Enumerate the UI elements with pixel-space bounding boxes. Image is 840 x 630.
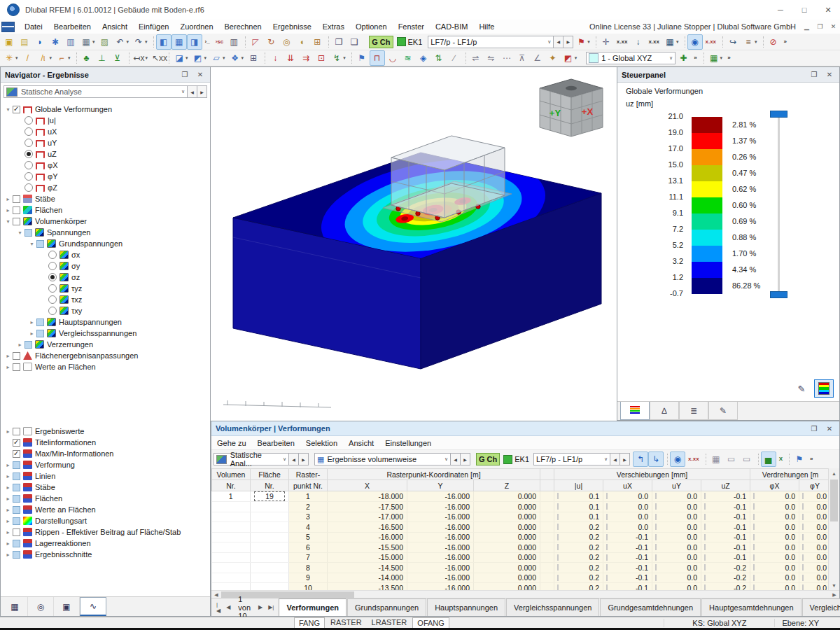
panel-print-button[interactable]: ✎ <box>792 379 811 398</box>
result-category-tab[interactable]: Grundgesamtdehnungen <box>600 598 701 616</box>
toggle-navigator-icon[interactable]: ◧▾ <box>156 34 172 50</box>
col-phix[interactable]: φX <box>750 480 799 491</box>
save-icon[interactable]: ▥▾ <box>63 34 78 50</box>
record-last-button[interactable]: ▶| <box>266 604 276 610</box>
close-button[interactable]: ✕ <box>816 1 840 20</box>
tree-checkbox[interactable] <box>36 330 44 337</box>
clear-results-icon[interactable]: ⊘▾ <box>766 34 781 50</box>
menu-item[interactable]: Berechnen <box>219 21 267 32</box>
tree-item-label[interactable]: Max/Min-Informationen <box>35 449 114 458</box>
sync-table-icon[interactable]: ↳▾ <box>648 451 664 467</box>
col-group-rotations[interactable]: Verdrehungen [m <box>750 469 831 480</box>
toggle-panel-icon[interactable]: ◨▾ <box>187 34 202 50</box>
tree-checkbox[interactable] <box>24 341 32 349</box>
sync-model-icon[interactable]: ↰▾ <box>633 451 648 467</box>
tree-item-label[interactable]: σz <box>71 273 80 281</box>
tree-checkbox[interactable] <box>13 495 20 503</box>
tree-item-label[interactable]: Volumenkörper <box>35 217 87 225</box>
expander-icon[interactable]: ▸ <box>27 330 36 337</box>
expander-icon[interactable]: ▾ <box>27 241 36 247</box>
tree-item[interactable]: Titelinformationen <box>4 437 210 448</box>
tree-item-label[interactable]: |u| <box>48 116 56 125</box>
menu-item[interactable]: Bearbeiten <box>48 21 97 32</box>
tree-item-label[interactable]: uY <box>48 139 57 147</box>
col-flaeche[interactable]: Fläche <box>251 469 289 480</box>
table-view3-icon[interactable]: ▭▾ <box>739 451 755 467</box>
show-surface-result-icon[interactable]: ≋▾ <box>400 50 416 66</box>
table-view2-icon[interactable]: ▭▾ <box>724 451 739 467</box>
panel-tab-filter[interactable]: ≣ <box>679 402 708 420</box>
table-menu-item[interactable]: Selektion <box>300 438 343 449</box>
tree-item-label[interactable]: Hauptspannungen <box>59 318 122 326</box>
tree-item[interactable]: ▾ Globale Verformungen <box>4 104 210 115</box>
tree-item[interactable]: |u| <box>15 115 210 126</box>
mdi-minimize-button[interactable]: ▁ <box>800 20 813 33</box>
expander-icon[interactable]: ▸ <box>4 462 13 468</box>
navigator-float-button[interactable]: ❐ <box>179 71 190 78</box>
menu-item[interactable]: CAD-BIM <box>430 21 473 32</box>
cube-x-label[interactable]: +X <box>582 106 594 117</box>
tree-item-label[interactable]: Ergebniswerte <box>35 427 84 435</box>
col-group-coordinates[interactable]: Rasterpunkt-Koordinaten [m] <box>328 469 540 480</box>
tree-item[interactable]: ▸ Ergebniswerte <box>4 426 210 437</box>
tree-checkbox[interactable] <box>13 195 20 203</box>
tree-item[interactable]: φY <box>15 171 210 182</box>
filter-results-icon[interactable]: ⚑▾ <box>573 34 592 50</box>
tree-item-label[interactable]: τxy <box>71 307 82 315</box>
tree-checkbox[interactable] <box>13 540 20 547</box>
tree-checkbox[interactable] <box>24 229 32 237</box>
tree-checkbox[interactable] <box>13 517 20 525</box>
menu-item[interactable]: Einfügen <box>133 21 174 32</box>
tree-checkbox[interactable] <box>24 127 33 136</box>
tree-checkbox[interactable] <box>24 139 33 147</box>
table-results-mode-combo[interactable]: ▦ Ergebnisse volumenweise∨ <box>314 453 451 465</box>
tree-item-label[interactable]: Linien <box>35 472 55 480</box>
expander-icon[interactable]: ▸ <box>4 518 13 524</box>
result-category-tab[interactable]: Hauptgesamtdehnungen <box>701 598 801 616</box>
tree-item[interactable]: τxz <box>39 294 210 305</box>
show-frame-result-icon[interactable]: ⊓▾ <box>370 50 385 66</box>
menu-item[interactable]: Fenster <box>393 21 430 32</box>
selected-cell[interactable]: 19 <box>254 491 285 501</box>
windows-icon[interactable]: ❐▾ <box>331 34 346 50</box>
surface-icon[interactable]: ◪▾ <box>172 50 190 66</box>
record-first-button[interactable]: |◀ <box>214 601 223 614</box>
tree-item-label[interactable]: Flächen <box>35 206 62 214</box>
tree-checkbox[interactable] <box>48 262 57 270</box>
tree-item-label[interactable]: Globale Verformungen <box>35 105 112 113</box>
tree-item[interactable]: ▸ Werte an Flächen <box>4 504 210 515</box>
expander-icon[interactable]: ▸ <box>4 473 13 479</box>
tree-item[interactable]: ▾ Spannungen <box>15 227 210 238</box>
result-chart-icon[interactable]: ▅▾ <box>761 451 776 467</box>
table-menu-item[interactable]: Ansicht <box>343 438 379 449</box>
navigator-tab-results[interactable]: ∿ <box>80 597 106 616</box>
tree-checkbox[interactable] <box>13 461 20 469</box>
mdi-close-button[interactable]: ✕ <box>827 20 840 33</box>
abacus-icon[interactable]: ≡▾ <box>741 34 760 50</box>
result-category-tab[interactable]: Grundspannungen <box>347 598 426 616</box>
scale-slider-track[interactable] <box>778 115 780 295</box>
tree-icon[interactable]: ♣▾ <box>79 50 94 66</box>
tree-checkbox[interactable] <box>48 251 57 259</box>
record-prev-button[interactable]: ◀ <box>224 604 232 610</box>
tree-checkbox[interactable] <box>13 450 20 458</box>
print-icon[interactable]: ▦▾ <box>78 34 97 50</box>
section1-icon[interactable]: ⇌▾ <box>468 50 484 66</box>
expander-icon[interactable]: ▾ <box>15 230 24 236</box>
table-loadcase-next[interactable]: ▶ <box>620 453 630 465</box>
loadcase-combo[interactable]: LF7/p - LF1/p∨ <box>428 36 554 48</box>
tree-checkbox[interactable] <box>48 284 57 293</box>
tree-item-label[interactable]: Spannungen <box>47 228 90 237</box>
section2-icon[interactable]: ⇋▾ <box>484 50 499 66</box>
tree-checkbox[interactable] <box>13 218 20 225</box>
result-category-tab[interactable]: Verformungen <box>279 598 346 616</box>
table-menu-item[interactable]: Einstellungen <box>379 438 437 449</box>
expander-icon[interactable]: ▾ <box>4 218 13 225</box>
tables-icon[interactable]: ▥▾ <box>226 34 241 50</box>
tree-item-label[interactable]: Vergleichsspannungen <box>59 329 136 337</box>
loadcase-prev-button[interactable]: ◀ <box>554 36 564 48</box>
expander-icon[interactable]: ▸ <box>4 552 13 558</box>
tree-item[interactable]: ▾ Grundspannungen <box>27 238 210 249</box>
solid-icon[interactable]: ◩▾ <box>190 50 209 66</box>
tree-item-label[interactable]: Verzerrungen <box>47 340 93 349</box>
